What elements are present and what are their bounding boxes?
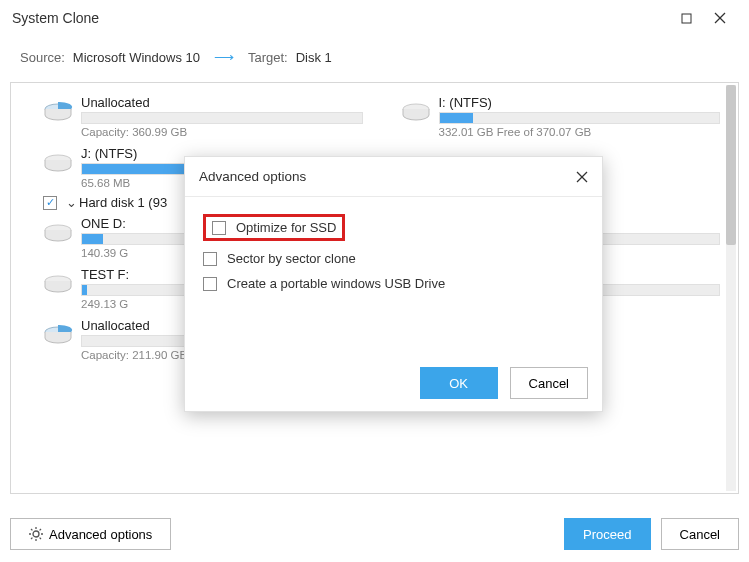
disk-icon xyxy=(35,318,81,361)
disk-icon xyxy=(35,95,81,138)
proceed-button[interactable]: Proceed xyxy=(564,518,650,550)
dialog-close-button[interactable] xyxy=(576,171,588,183)
option-optimize-ssd[interactable]: Optimize for SSD xyxy=(203,209,584,246)
option-sector-clone[interactable]: Sector by sector clone xyxy=(203,246,584,271)
source-label: Source: xyxy=(20,50,65,65)
maximize-icon xyxy=(681,13,692,24)
dialog-cancel-button[interactable]: Cancel xyxy=(510,367,588,399)
cancel-button[interactable]: Cancel xyxy=(661,518,739,550)
checkbox-ssd[interactable] xyxy=(212,221,226,235)
partition-name: Unallocated xyxy=(81,95,363,110)
advanced-options-dialog: Advanced options Optimize for SSD Sector… xyxy=(184,156,603,412)
disk-icon xyxy=(35,216,81,259)
maximize-button[interactable] xyxy=(669,4,703,32)
advanced-options-button[interactable]: Advanced options xyxy=(10,518,171,550)
disk-title: Hard disk 1 (93 xyxy=(79,195,167,210)
option-label: Create a portable windows USB Drive xyxy=(227,276,445,291)
target-value: Disk 1 xyxy=(296,50,332,65)
close-icon xyxy=(576,171,588,183)
option-label: Optimize for SSD xyxy=(236,220,336,235)
option-portable-usb[interactable]: Create a portable windows USB Drive xyxy=(203,271,584,296)
partition-capacity: Capacity: 360.99 GB xyxy=(81,126,363,138)
window-title: System Clone xyxy=(12,10,669,26)
advanced-options-label: Advanced options xyxy=(49,527,152,542)
disk-checkbox[interactable] xyxy=(43,196,57,210)
svg-line-17 xyxy=(40,529,41,530)
svg-line-16 xyxy=(31,538,32,539)
close-button[interactable] xyxy=(703,4,737,32)
gear-icon xyxy=(29,527,43,541)
option-label: Sector by sector clone xyxy=(227,251,356,266)
partition-capacity: 332.01 GB Free of 370.07 GB xyxy=(439,126,721,138)
partition-name: I: (NTFS) xyxy=(439,95,721,110)
svg-point-9 xyxy=(33,531,39,537)
svg-line-15 xyxy=(40,538,41,539)
disk-icon xyxy=(35,267,81,310)
source-target-bar: Source: Microsoft Windows 10 ⟶ Target: D… xyxy=(10,40,739,74)
chevron-down-icon[interactable]: ⌄ xyxy=(63,195,79,210)
usage-bar xyxy=(81,112,363,124)
usage-bar xyxy=(439,112,721,124)
dialog-header: Advanced options xyxy=(185,157,602,197)
titlebar: System Clone xyxy=(0,0,749,36)
checkbox-usb[interactable] xyxy=(203,277,217,291)
target-label: Target: xyxy=(248,50,288,65)
scrollbar-thumb[interactable] xyxy=(726,85,736,245)
scrollbar[interactable] xyxy=(726,85,736,491)
disk-icon xyxy=(35,146,81,189)
svg-line-14 xyxy=(31,529,32,530)
source-value: Microsoft Windows 10 xyxy=(73,50,200,65)
footer: Advanced options Proceed Cancel xyxy=(0,506,749,562)
dialog-ok-button[interactable]: OK xyxy=(420,367,498,399)
disk-icon xyxy=(393,95,439,138)
checkbox-sector[interactable] xyxy=(203,252,217,266)
close-icon xyxy=(714,12,726,24)
partition-unallocated-top[interactable]: Unallocated Capacity: 360.99 GB xyxy=(35,91,363,142)
svg-rect-0 xyxy=(682,14,691,23)
arrow-icon: ⟶ xyxy=(214,49,234,65)
dialog-title: Advanced options xyxy=(199,169,576,184)
partition-i[interactable]: I: (NTFS) 332.01 GB Free of 370.07 GB xyxy=(393,91,721,142)
